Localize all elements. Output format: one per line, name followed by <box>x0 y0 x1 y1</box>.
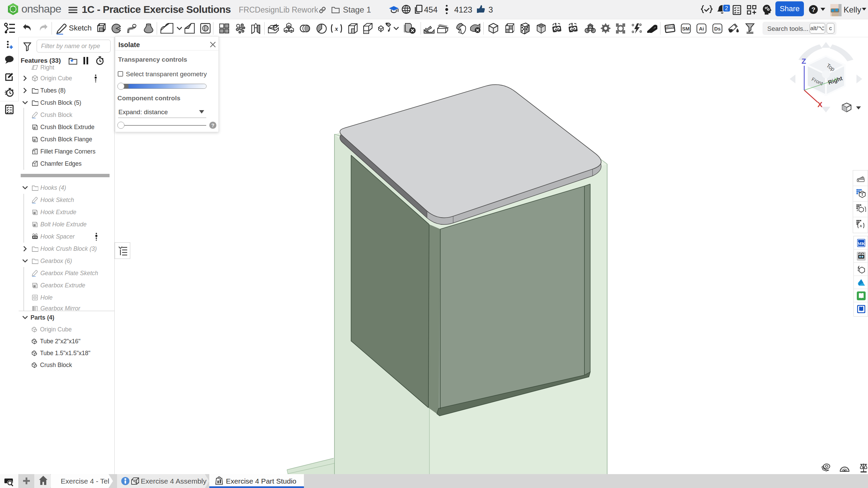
svg-text:Ai: Ai <box>699 26 704 32</box>
svg-text:2: 2 <box>725 5 728 11</box>
svg-text:SM: SM <box>682 26 690 32</box>
svg-text:x: x <box>860 223 862 228</box>
svg-text:Z: Z <box>802 57 806 65</box>
svg-text:X: X <box>817 100 823 109</box>
svg-text:MK: MK <box>857 241 865 246</box>
svg-text:?: ? <box>811 6 815 13</box>
svg-text:x: x <box>334 25 338 32</box>
svg-text:Ds: Ds <box>714 26 720 32</box>
